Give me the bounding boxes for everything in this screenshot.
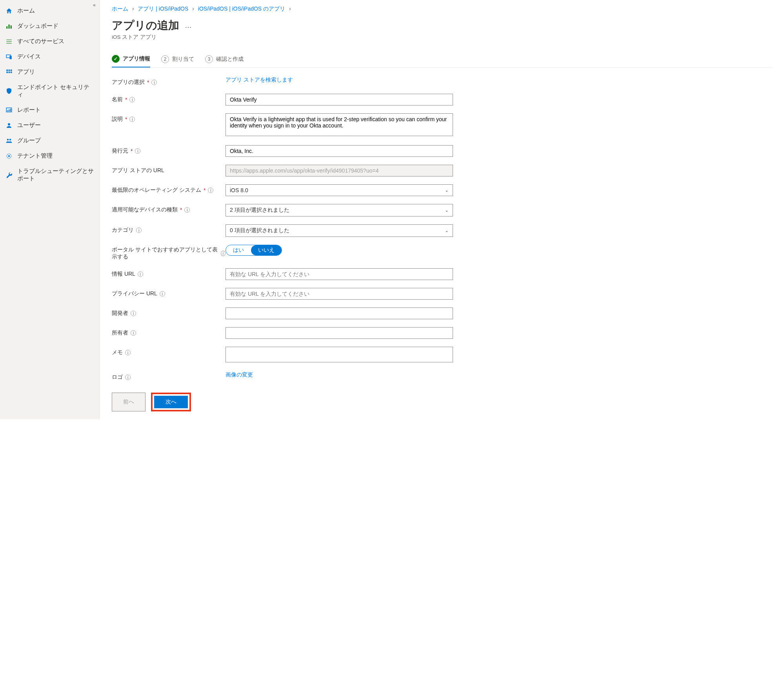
description-input[interactable]: Okta Verify is a lightweight app that is… [226,113,453,136]
info-icon[interactable]: i [160,291,165,297]
info-icon[interactable]: i [221,251,226,256]
info-url-input[interactable] [226,268,453,280]
sidebar-item-label: エンドポイント セキュリティ [17,84,94,98]
step-label: アプリ情報 [123,55,150,62]
owner-input[interactable] [226,327,453,339]
chevron-down-icon: ⌄ [445,187,449,193]
sidebar-item-label: グループ [17,137,41,144]
svg-rect-12 [9,71,10,73]
info-icon[interactable]: i [136,227,142,233]
svg-rect-0 [6,26,7,29]
search-app-store-link[interactable]: アプリ ストアを検索します [226,74,293,83]
svg-rect-15 [7,110,8,111]
appstore-url-label: アプリ ストアの URL [112,167,164,174]
info-icon[interactable]: i [129,116,135,122]
toggle-yes[interactable]: はい [226,245,251,255]
step-number: 3 [205,55,213,63]
devices-icon [5,53,13,60]
notes-input[interactable] [226,347,453,362]
sidebar-item-tenant-admin[interactable]: テナント管理 [0,148,100,164]
dashboard-icon [5,23,13,30]
svg-rect-10 [11,69,12,71]
more-actions-button[interactable]: … [185,22,192,30]
svg-rect-9 [9,69,10,71]
category-dropdown[interactable]: 0 項目が選択されました ⌄ [226,224,453,237]
info-icon[interactable]: i [131,330,136,336]
info-icon[interactable]: i [129,97,135,102]
info-icon[interactable]: i [135,148,140,154]
step-app-info[interactable]: ✓ アプリ情報 [112,55,150,67]
required-marker: * [204,187,206,193]
developer-input[interactable] [226,307,453,319]
info-icon[interactable]: i [151,80,157,85]
svg-rect-1 [9,24,10,29]
sidebar-item-label: アプリ [17,68,35,76]
info-icon[interactable]: i [184,207,190,213]
chevron-down-icon: ⌄ [445,207,449,213]
breadcrumb-item[interactable]: ホーム [112,5,128,12]
sidebar-item-home[interactable]: ホーム [0,3,100,18]
breadcrumb-item[interactable]: アプリ | iOS/iPadOS [138,5,188,12]
chevron-right-icon: › [132,5,134,12]
sidebar-item-groups[interactable]: グループ [0,133,100,148]
logo-label: ロゴ [112,374,123,381]
min-os-dropdown[interactable]: iOS 8.0 ⌄ [226,184,453,196]
svg-rect-8 [6,69,8,71]
required-marker: * [147,79,149,86]
annotation-highlight: 次へ [151,393,191,411]
privacy-url-input[interactable] [226,288,453,300]
chevron-down-icon: ⌄ [445,228,449,233]
step-assignments[interactable]: 2 割り当て [161,55,194,67]
home-icon [5,7,13,15]
apps-icon [5,69,13,76]
app-info-form: アプリの選択 * i アプリ ストアを検索します 名前 * i 説明 * i [112,76,772,381]
info-icon[interactable]: i [125,375,131,380]
collapse-sidebar-icon[interactable]: « [93,2,96,8]
sidebar-item-apps[interactable]: アプリ [0,64,100,80]
step-review-create[interactable]: 3 確認と作成 [205,55,244,67]
chevron-right-icon: › [289,5,291,12]
svg-rect-4 [6,41,12,42]
sidebar-item-troubleshoot[interactable]: トラブルシューティングとサポート [0,164,100,186]
min-os-label: 最低限のオペレーティング システム [112,187,201,194]
sidebar-item-endpoint-security[interactable]: エンドポイント セキュリティ [0,80,100,102]
sidebar-item-users[interactable]: ユーザー [0,118,100,133]
wizard-footer: 前へ 次へ [112,393,772,411]
info-icon[interactable]: i [138,271,143,277]
description-label: 説明 [112,116,123,123]
check-icon: ✓ [112,55,120,63]
svg-rect-3 [6,39,12,40]
page-subtitle: iOS ストア アプリ [112,34,772,41]
select-app-label: アプリの選択 [112,79,145,86]
svg-point-21 [8,155,10,157]
svg-rect-13 [11,71,12,73]
change-image-link[interactable]: 画像の変更 [226,369,253,378]
sidebar-item-label: ユーザー [17,122,41,129]
toggle-no[interactable]: いいえ [251,245,282,255]
breadcrumb-item[interactable]: iOS/iPadOS | iOS/iPadOS のアプリ [198,5,285,12]
sidebar-item-all-services[interactable]: すべてのサービス [0,34,100,49]
svg-rect-16 [9,109,9,111]
publisher-input[interactable] [226,145,453,157]
shield-icon [5,87,13,95]
sidebar-item-label: すべてのサービス [17,38,64,45]
page-title: アプリの追加 [112,18,179,33]
dropdown-value: 2 項目が選択されました [230,207,289,214]
sidebar-item-label: ホーム [17,7,35,15]
svg-rect-17 [10,109,11,111]
sidebar-item-reports[interactable]: レポート [0,102,100,118]
device-type-dropdown[interactable]: 2 項目が選択されました ⌄ [226,204,453,216]
name-input[interactable] [226,94,453,106]
info-icon[interactable]: i [131,311,136,316]
required-marker: * [180,207,182,213]
wrench-icon [5,171,13,178]
sidebar-item-devices[interactable]: デバイス [0,49,100,64]
sidebar-item-dashboard[interactable]: ダッシュボード [0,18,100,34]
next-button[interactable]: 次へ [154,396,188,408]
featured-toggle[interactable]: はい いいえ [226,245,282,256]
info-icon[interactable]: i [125,350,131,355]
info-icon[interactable]: i [208,187,213,193]
report-icon [5,107,13,114]
svg-rect-5 [6,43,12,44]
prev-button: 前へ [112,393,146,411]
